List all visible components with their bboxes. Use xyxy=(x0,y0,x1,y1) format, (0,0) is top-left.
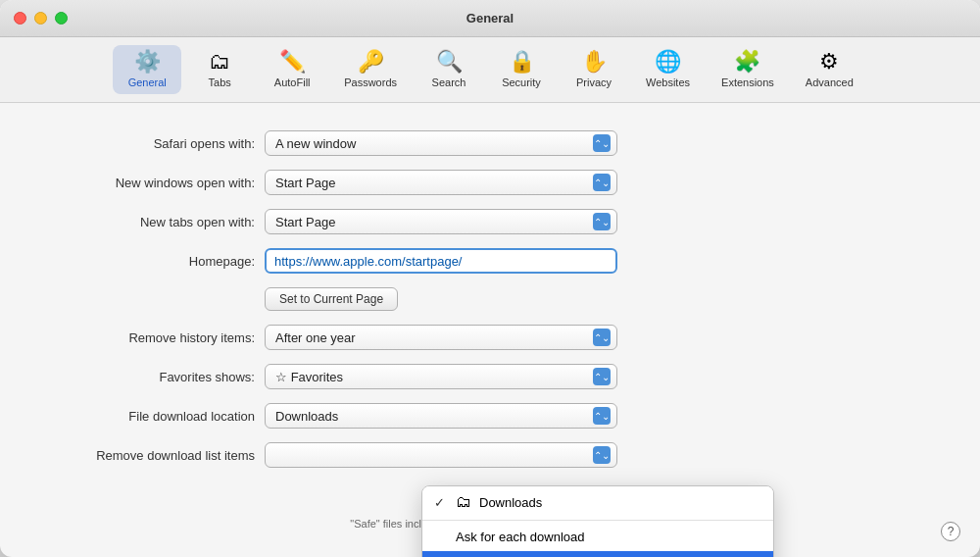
passwords-icon: 🔑 xyxy=(358,51,384,73)
favorites-value: ☆ Favorites xyxy=(275,370,343,384)
general-icon: ⚙️ xyxy=(134,51,161,73)
safari-opens-arrow: ⌃⌄ xyxy=(593,134,611,152)
autofill-label: AutoFill xyxy=(274,76,311,88)
tab-autofill[interactable]: ✏️ AutoFill xyxy=(258,45,326,94)
remove-history-select[interactable]: After one year ⌃⌄ xyxy=(265,325,617,350)
general-label: General xyxy=(128,76,167,88)
tab-extensions[interactable]: 🧩 Extensions xyxy=(708,45,788,94)
remove-history-label: Remove history items: xyxy=(39,330,255,345)
favorites-control: ☆ Favorites ⌃⌄ xyxy=(265,364,617,389)
new-tabs-value: Start Page xyxy=(275,215,335,229)
tab-passwords[interactable]: 🔑 Passwords xyxy=(330,45,411,94)
file-download-arrow: ⌃⌄ xyxy=(593,407,611,425)
new-windows-label: New windows open with: xyxy=(39,176,255,190)
set-current-row: Set to Current Page xyxy=(39,287,941,311)
passwords-label: Passwords xyxy=(344,76,397,88)
homepage-row: Homepage: xyxy=(39,248,941,274)
privacy-icon: ✋ xyxy=(581,51,608,73)
advanced-label: Advanced xyxy=(806,76,854,88)
tab-search[interactable]: 🔍 Search xyxy=(415,45,483,94)
remove-download-arrow: ⌃⌄ xyxy=(593,446,611,464)
maximize-button[interactable] xyxy=(55,12,68,25)
main-window: General ⚙️ General 🗂 Tabs ✏️ AutoFill 🔑 … xyxy=(0,0,980,557)
tab-websites[interactable]: 🌐 Websites xyxy=(632,45,704,94)
set-current-control: Set to Current Page xyxy=(265,287,617,311)
tab-security[interactable]: 🔒 Security xyxy=(487,45,556,94)
safari-opens-control: A new window ⌃⌄ xyxy=(265,130,617,156)
minimize-button[interactable] xyxy=(34,12,47,25)
remove-download-control: ⌃⌄ xyxy=(265,442,617,468)
tabs-label: Tabs xyxy=(209,76,231,88)
safari-opens-value: A new window xyxy=(275,136,356,151)
favorites-select[interactable]: ☆ Favorites ⌃⌄ xyxy=(265,364,617,389)
autofill-icon: ✏️ xyxy=(279,51,306,73)
downloads-folder-icon: 🗂 xyxy=(456,493,471,511)
privacy-label: Privacy xyxy=(576,76,612,88)
new-windows-value: Start Page xyxy=(275,176,335,190)
ask-label: Ask for each download xyxy=(456,530,585,544)
new-windows-row: New windows open with: Start Page ⌃⌄ xyxy=(39,170,941,195)
downloads-label: Downloads xyxy=(479,495,542,510)
file-download-row: File download location Downloads ⌃⌄ xyxy=(39,403,941,429)
dropdown-item-ask[interactable]: Ask for each download xyxy=(422,523,773,551)
remove-download-label: Remove download list items xyxy=(39,448,255,463)
new-tabs-row: New tabs open with: Start Page ⌃⌄ xyxy=(39,209,941,234)
titlebar: General xyxy=(0,0,980,37)
favorites-label: Favorites shows: xyxy=(39,370,255,384)
traffic-lights xyxy=(14,12,68,25)
remove-history-value: After one year xyxy=(275,330,356,345)
dropdown-item-downloads[interactable]: ✓ 🗂 Downloads xyxy=(422,486,773,518)
close-button[interactable] xyxy=(14,12,26,25)
new-tabs-label: New tabs open with: xyxy=(39,215,255,229)
toolbar: ⚙️ General 🗂 Tabs ✏️ AutoFill 🔑 Password… xyxy=(0,37,980,103)
remove-history-arrow: ⌃⌄ xyxy=(593,329,611,346)
set-current-button[interactable]: Set to Current Page xyxy=(265,287,398,311)
remove-history-row: Remove history items: After one year ⌃⌄ xyxy=(39,325,941,350)
homepage-control xyxy=(265,248,617,274)
search-icon: 🔍 xyxy=(436,51,463,73)
file-download-select[interactable]: Downloads ⌃⌄ xyxy=(265,403,617,429)
new-tabs-control: Start Page ⌃⌄ xyxy=(265,209,617,234)
new-windows-control: Start Page ⌃⌄ xyxy=(265,170,617,195)
safari-opens-row: Safari opens with: A new window ⌃⌄ xyxy=(39,130,941,156)
security-label: Security xyxy=(502,76,541,88)
new-tabs-select[interactable]: Start Page ⌃⌄ xyxy=(265,209,617,234)
remove-download-select[interactable]: ⌃⌄ xyxy=(265,442,617,468)
new-windows-arrow: ⌃⌄ xyxy=(593,174,611,191)
content-area: Safari opens with: A new window ⌃⌄ New w… xyxy=(0,103,980,557)
safari-opens-select[interactable]: A new window ⌃⌄ xyxy=(265,130,617,156)
advanced-icon: ⚙ xyxy=(819,51,839,73)
dropdown-divider xyxy=(422,520,773,521)
tab-tabs[interactable]: 🗂 Tabs xyxy=(185,45,254,94)
extensions-icon: 🧩 xyxy=(734,51,760,73)
websites-label: Websites xyxy=(646,76,690,88)
favorites-arrow: ⌃⌄ xyxy=(593,368,611,385)
favorites-row: Favorites shows: ☆ Favorites ⌃⌄ xyxy=(39,364,941,389)
file-download-value: Downloads xyxy=(275,409,338,424)
file-download-control: Downloads ⌃⌄ xyxy=(265,403,617,429)
new-windows-select[interactable]: Start Page ⌃⌄ xyxy=(265,170,617,195)
homepage-input[interactable] xyxy=(265,248,617,274)
file-download-label: File download location xyxy=(39,409,255,424)
tab-advanced[interactable]: ⚙ Advanced xyxy=(792,45,867,94)
help-button[interactable]: ? xyxy=(941,522,960,541)
tab-privacy[interactable]: ✋ Privacy xyxy=(560,45,628,94)
tabs-icon: 🗂 xyxy=(209,51,230,73)
dropdown-menu: ✓ 🗂 Downloads Ask for each download Othe… xyxy=(421,485,774,557)
remove-history-control: After one year ⌃⌄ xyxy=(265,325,617,350)
tab-general[interactable]: ⚙️ General xyxy=(113,45,181,94)
websites-icon: 🌐 xyxy=(655,51,681,73)
new-tabs-arrow: ⌃⌄ xyxy=(593,213,611,230)
window-title: General xyxy=(466,11,514,25)
downloads-check: ✓ xyxy=(434,495,448,510)
remove-download-row: Remove download list items ⌃⌄ xyxy=(39,442,941,468)
extensions-label: Extensions xyxy=(721,76,774,88)
search-label: Search xyxy=(432,76,466,88)
homepage-label: Homepage: xyxy=(39,254,255,269)
dropdown-item-other[interactable]: Other... xyxy=(422,551,773,557)
safari-opens-label: Safari opens with: xyxy=(39,136,255,151)
security-icon: 🔒 xyxy=(509,51,535,73)
